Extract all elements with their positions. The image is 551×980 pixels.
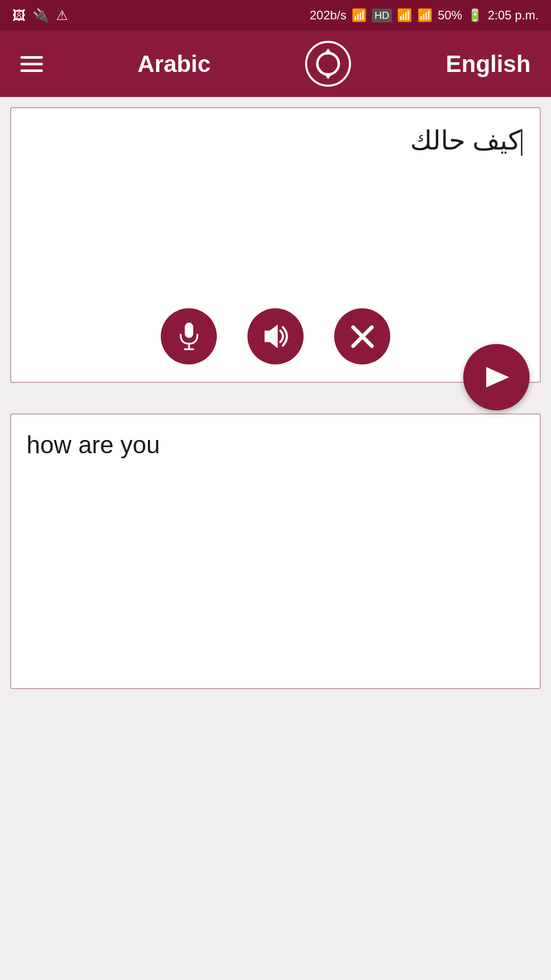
svg-marker-1 xyxy=(323,73,333,79)
main-content: كيف حالك xyxy=(0,97,551,980)
app-header: Arabic English xyxy=(0,31,551,97)
signal-icon: 📶 xyxy=(417,8,433,22)
translated-panel: how are you xyxy=(10,413,541,689)
4g-icon: 📶 xyxy=(397,8,412,22)
send-button[interactable] xyxy=(463,344,530,410)
status-left-icons: 🖼 🔌 ⚠ xyxy=(12,8,68,23)
image-icon: 🖼 xyxy=(12,8,26,23)
battery-icon: 🔋 xyxy=(467,8,483,22)
menu-line-3 xyxy=(20,69,43,72)
battery-percent: 50% xyxy=(438,8,462,22)
source-text-display[interactable]: كيف حالك xyxy=(27,120,524,298)
source-language-label[interactable]: Arabic xyxy=(138,50,211,78)
svg-marker-8 xyxy=(486,367,509,387)
hd-icon: HD xyxy=(372,9,392,22)
source-action-buttons xyxy=(27,308,524,370)
usb-icon: 🔌 xyxy=(33,8,49,23)
clock: 2:05 p.m. xyxy=(488,8,539,22)
translated-text-content: how are you xyxy=(27,427,524,463)
target-language-label[interactable]: English xyxy=(446,50,531,78)
svg-marker-5 xyxy=(265,325,278,348)
text-cursor xyxy=(521,129,522,156)
warning-icon: ⚠ xyxy=(56,8,68,23)
svg-rect-2 xyxy=(185,323,193,338)
swap-languages-button[interactable] xyxy=(305,41,351,87)
status-right-info: 202b/s 📶 HD 📶 📶 50% 🔋 2:05 p.m. xyxy=(310,8,539,22)
source-panel: كيف حالك xyxy=(10,107,541,383)
clear-button[interactable] xyxy=(334,308,390,364)
network-speed: 202b/s xyxy=(310,8,346,22)
menu-button[interactable] xyxy=(20,56,43,72)
status-bar: 🖼 🔌 ⚠ 202b/s 📶 HD 📶 📶 50% 🔋 2:05 p.m. xyxy=(0,0,551,31)
speaker-button[interactable] xyxy=(247,308,304,364)
source-text-content: كيف حالك xyxy=(410,126,521,155)
wifi-icon: 📶 xyxy=(352,8,367,22)
microphone-button[interactable] xyxy=(161,308,217,364)
menu-line-2 xyxy=(20,63,43,65)
menu-line-1 xyxy=(20,56,43,59)
